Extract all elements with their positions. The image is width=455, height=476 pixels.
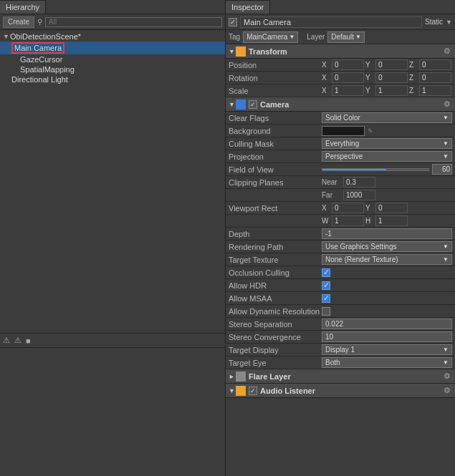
rotation-values: X Y Z — [322, 72, 452, 83]
fov-input[interactable] — [432, 164, 452, 175]
inspector-tab[interactable]: Inspector — [226, 0, 270, 14]
audio-listener-icon — [236, 386, 246, 396]
tag-value: MainCamera — [246, 33, 287, 41]
flare-layer-gear-button[interactable]: ⚙ — [442, 371, 452, 381]
hierarchy-item-spatialmapping[interactable]: SpatialMapping — [0, 64, 225, 74]
background-color-box[interactable] — [322, 126, 365, 136]
clear-flags-arrow: ▼ — [443, 115, 449, 121]
rot-x-label: X — [322, 74, 330, 82]
hierarchy-search-bar: ⚲ — [37, 17, 222, 27]
stereo-convergence-value — [322, 331, 452, 342]
culling-mask-dropdown[interactable]: Everything ▼ — [322, 138, 452, 149]
create-button[interactable]: Create — [3, 16, 34, 28]
allow-hdr-checkbox[interactable]: ✓ — [322, 281, 330, 290]
rot-z-input[interactable] — [419, 72, 451, 83]
viewport-values: X Y — [322, 203, 452, 213]
vp-w-input[interactable] — [332, 215, 364, 226]
target-eye-dropdown[interactable]: Both ▼ — [322, 357, 452, 368]
stereo-separation-label: Stereo Separation — [229, 320, 322, 329]
transform-gear-button[interactable]: ⚙ — [442, 47, 452, 56]
target-texture-dropdown[interactable]: None (Render Texture) ▼ — [322, 254, 452, 265]
camera-section-header[interactable]: ▼ ✓ Camera ⚙ — [226, 97, 455, 112]
layer-value: Default — [331, 33, 354, 41]
target-texture-value: None (Render Texture) ▼ — [322, 254, 452, 265]
allow-hdr-row: Allow HDR ✓ — [226, 279, 455, 292]
projection-arrow: ▼ — [443, 153, 449, 160]
hierarchy-item-directional-light[interactable]: Directional Light — [0, 74, 225, 84]
vp-h-input[interactable] — [375, 215, 408, 226]
projection-label: Projection — [229, 152, 322, 161]
depth-label: Depth — [229, 230, 322, 238]
rot-z-label: Z — [409, 74, 418, 82]
transform-title: Transform — [249, 47, 287, 56]
gazecursor-label: GazeCursor — [20, 55, 62, 64]
stereo-convergence-input[interactable] — [322, 331, 452, 342]
viewport-row: Viewport Rect X Y — [226, 202, 455, 215]
main-camera-label: Main Camera — [13, 44, 63, 52]
scale-x-input[interactable] — [332, 85, 364, 96]
clipping-far-values: Far — [322, 190, 452, 200]
target-display-dropdown[interactable]: Display 1 ▼ — [322, 344, 452, 355]
bottom-icon-3: ■ — [26, 336, 31, 345]
rendering-path-dropdown[interactable]: Use Graphics Settings ▼ — [322, 241, 452, 252]
scale-y-label: Y — [365, 87, 374, 94]
inspector-tab-label: Inspector — [231, 3, 264, 11]
stereo-separation-input[interactable] — [322, 319, 452, 329]
camera-enabled-checkbox[interactable]: ✓ — [249, 100, 257, 109]
rendering-path-text: Use Graphics Settings — [325, 243, 397, 251]
layer-dropdown[interactable]: Default ▼ — [327, 31, 365, 43]
allow-msaa-checkbox[interactable]: ✓ — [322, 294, 330, 303]
fov-slider-track[interactable] — [322, 168, 429, 171]
rot-y-input[interactable] — [375, 72, 408, 83]
scale-x-label: X — [322, 87, 330, 94]
transform-section-header[interactable]: ▼ Transform ⚙ — [226, 44, 455, 59]
audio-listener-checkbox[interactable]: ✓ — [249, 387, 257, 395]
scale-z-input[interactable] — [419, 85, 451, 96]
vp-x-input[interactable] — [332, 203, 364, 213]
active-checkbox[interactable]: ✓ — [229, 18, 237, 26]
near-input[interactable] — [343, 177, 375, 188]
vp-y-input[interactable] — [375, 203, 408, 213]
near-label: Near — [322, 178, 342, 186]
camera-gear-button[interactable]: ⚙ — [442, 99, 452, 109]
hierarchy-item-main-camera[interactable]: Main Camera — [0, 42, 225, 54]
allow-dynamic-resolution-checkbox[interactable] — [322, 307, 330, 316]
pos-z-input[interactable] — [419, 59, 451, 70]
scale-y-input[interactable] — [375, 85, 408, 96]
culling-mask-row: Culling Mask Everything ▼ — [226, 137, 455, 150]
object-name-field[interactable] — [240, 16, 422, 28]
flare-layer-arrow: ► — [229, 373, 236, 380]
audio-listener-gear-button[interactable]: ⚙ — [442, 386, 452, 395]
static-label: Static — [425, 18, 443, 26]
stereo-separation-value — [322, 319, 452, 329]
pos-x-input[interactable] — [332, 59, 364, 70]
tag-dropdown[interactable]: MainCamera ▼ — [243, 31, 298, 43]
transform-rotation-row: Rotation X Y Z — [226, 72, 455, 84]
clear-flags-text: Solid Color — [325, 114, 360, 122]
projection-row: Projection Perspective ▼ — [226, 150, 455, 163]
far-input[interactable] — [343, 190, 375, 200]
hierarchy-toolbar: Create ⚲ — [0, 14, 225, 30]
pos-y-input[interactable] — [375, 59, 408, 70]
hierarchy-tab[interactable]: Hierarchy — [0, 0, 46, 14]
occlusion-culling-checkbox[interactable]: ✓ — [322, 268, 330, 277]
scene-root[interactable]: ▼ ObiDetectionScene* — [0, 31, 225, 42]
depth-input[interactable] — [322, 228, 452, 239]
rot-x-input[interactable] — [332, 72, 364, 83]
flare-layer-section-header[interactable]: ► Flare Layer ⚙ — [226, 369, 455, 384]
audio-listener-section-header[interactable]: ▼ ✓ Audio Listener ⚙ — [226, 384, 455, 398]
bottom-toolbar: ⚠ ⚠ ■ — [0, 334, 225, 348]
spatialmapping-label: SpatialMapping — [20, 65, 75, 74]
projection-dropdown[interactable]: Perspective ▼ — [322, 151, 452, 162]
search-icon: ⚲ — [37, 18, 42, 26]
vp-y-label: Y — [365, 204, 374, 212]
occlusion-culling-value: ✓ — [322, 268, 452, 277]
culling-mask-label: Culling Mask — [229, 140, 322, 148]
hierarchy-item-gazecursor[interactable]: GazeCursor — [0, 54, 225, 64]
scale-label: Scale — [229, 87, 322, 95]
transform-scale-row: Scale X Y Z — [226, 84, 455, 97]
audio-listener-arrow: ▼ — [229, 387, 236, 394]
object-header: ✓ Static ▼ — [226, 14, 455, 30]
clear-flags-dropdown[interactable]: Solid Color ▼ — [322, 112, 452, 123]
hierarchy-search-input[interactable] — [45, 17, 222, 27]
